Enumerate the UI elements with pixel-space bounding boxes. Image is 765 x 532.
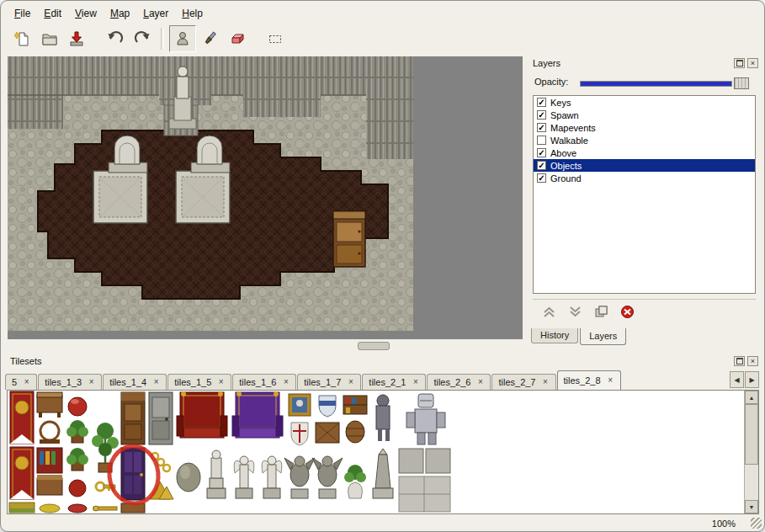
tile-angel-statue: [234, 456, 282, 498]
tileset-tab-tiles_1_4[interactable]: tiles_1_4 ×: [103, 374, 167, 390]
tab-close-icon[interactable]: ×: [347, 378, 354, 386]
float-icon: [736, 358, 743, 364]
save-button[interactable]: [63, 25, 90, 52]
float-icon: [736, 60, 743, 66]
tab-close-icon[interactable]: ×: [23, 378, 30, 386]
layer-checkbox[interactable]: [537, 136, 546, 145]
layer-checkbox[interactable]: ✓: [537, 98, 546, 107]
layer-move-up-button[interactable]: [539, 302, 558, 321]
tile-stone-blocks: [399, 449, 450, 512]
tileset-tab-tiles_2_8[interactable]: tiles_2_8 ×: [557, 370, 621, 390]
layer-row-mapevents[interactable]: ✓ Mapevents: [534, 121, 755, 134]
layer-checkbox[interactable]: ✓: [537, 123, 546, 132]
splitter-handle[interactable]: [358, 342, 390, 350]
tab-close-icon[interactable]: ×: [542, 378, 550, 386]
rect-select-tool-icon: [267, 30, 284, 47]
app-window: File Edit View Map Layer Help: [0, 0, 765, 532]
tileset-image[interactable]: [8, 391, 454, 513]
tab-label: 5: [12, 377, 17, 387]
layer-checkbox[interactable]: ✓: [537, 110, 546, 120]
layer-name: Above: [550, 148, 576, 158]
layer-row-ground[interactable]: ✓ Ground: [534, 172, 755, 184]
tileset-tab-tiles_1_5[interactable]: tiles_1_5 ×: [167, 374, 231, 390]
menu-edit[interactable]: Edit: [37, 5, 68, 22]
stamp-tool-icon: [174, 30, 191, 47]
redo-button[interactable]: [129, 25, 156, 52]
layer-name: Walkable: [550, 136, 588, 146]
new-file-button[interactable]: [9, 25, 36, 52]
tab-close-icon[interactable]: ×: [217, 378, 225, 386]
tile-tall-plant-and-gold: [92, 423, 119, 511]
tab-label: tiles_1_3: [45, 377, 82, 387]
rect-select-tool-button[interactable]: [262, 25, 289, 52]
menu-file[interactable]: File: [8, 5, 37, 22]
resize-grip[interactable]: [751, 518, 762, 529]
tilesets-close-button[interactable]: ×: [747, 356, 758, 366]
tileset-tab-tiles_2_7[interactable]: tiles_2_7 ×: [491, 374, 555, 390]
scroll-down-button[interactable]: ▼: [745, 500, 758, 513]
layer-move-down-button[interactable]: [566, 302, 584, 321]
menu-view[interactable]: View: [68, 5, 104, 22]
map-canvas-area[interactable]: [8, 56, 523, 339]
tab-scroll-right-button[interactable]: ▶: [745, 371, 759, 388]
tab-close-icon[interactable]: ×: [412, 378, 419, 386]
brush-tool-button[interactable]: [196, 25, 223, 52]
tileset-view[interactable]: ▲ ▼: [7, 390, 759, 514]
tile-shelf-barrel-vase: [343, 396, 367, 498]
opacity-slider-handle[interactable]: [734, 77, 749, 89]
menu-layer[interactable]: Layer: [136, 5, 175, 22]
layer-row-objects[interactable]: ✓ Objects: [534, 159, 755, 172]
statusbar: 100%: [1, 516, 764, 531]
map-canvas[interactable]: [8, 56, 413, 331]
eraser-tool-button[interactable]: [223, 25, 250, 52]
tab-label: tiles_1_4: [109, 377, 146, 387]
layer-delete-button[interactable]: [618, 302, 636, 321]
tileset-tab-tiles_1_6[interactable]: tiles_1_6 ×: [232, 374, 296, 390]
delete-icon: [619, 304, 635, 320]
tab-label: tiles_2_7: [498, 377, 535, 387]
layer-checkbox[interactable]: ✓: [537, 148, 546, 157]
undo-button[interactable]: [102, 25, 129, 52]
opacity-slider[interactable]: [580, 81, 732, 87]
menu-help[interactable]: Help: [175, 5, 210, 22]
tilesets-panel: Tilesets × 5 × tiles_1_3 × tiles_1_4 × t…: [5, 354, 761, 516]
open-folder-button[interactable]: [36, 25, 63, 52]
layer-row-walkable[interactable]: Walkable: [534, 134, 755, 146]
tab-close-icon[interactable]: ×: [282, 378, 290, 386]
close-icon: ×: [751, 59, 755, 67]
tileset-tab-tiles_2_6[interactable]: tiles_2_6 ×: [427, 374, 491, 390]
tile-purple-throne: [232, 391, 283, 438]
stamp-tool-button[interactable]: [169, 25, 196, 52]
tile-gray-door-gold: [149, 392, 173, 499]
opacity-row: Opacity:: [528, 73, 761, 92]
tileset-scrollbar[interactable]: ▲ ▼: [744, 391, 758, 513]
layer-row-keys[interactable]: ✓ Keys: [534, 96, 755, 109]
scrollbar-thumb[interactable]: [745, 404, 758, 465]
layer-row-above[interactable]: ✓ Above: [534, 146, 755, 159]
layer-duplicate-button[interactable]: [592, 302, 610, 321]
brush-tool-icon: [201, 30, 218, 47]
tab-scroll-left-button[interactable]: ◀: [730, 371, 744, 388]
tileset-tab-tiles_2_1[interactable]: tiles_2_1 ×: [362, 374, 426, 390]
map-cabinet: [333, 211, 365, 267]
tileset-tab-tiles_1_7[interactable]: tiles_1_7 ×: [297, 374, 361, 390]
eraser-tool-icon: [228, 30, 245, 47]
layer-checkbox[interactable]: ✓: [537, 173, 546, 183]
tab-layers[interactable]: Layers: [580, 328, 626, 345]
tileset-tab-tiles_1_3[interactable]: tiles_1_3 ×: [38, 374, 102, 390]
layer-row-spawn[interactable]: ✓ Spawn: [534, 109, 755, 121]
layers-close-button[interactable]: ×: [747, 58, 758, 68]
tileset-tab-5[interactable]: 5 ×: [5, 374, 37, 390]
layer-checkbox[interactable]: ✓: [537, 161, 546, 170]
scroll-up-button[interactable]: ▲: [745, 391, 758, 404]
tab-history[interactable]: History: [531, 328, 578, 343]
arrow-left-icon: ◀: [734, 376, 739, 384]
layers-float-button[interactable]: [734, 58, 745, 68]
tab-close-icon[interactable]: ×: [476, 378, 484, 386]
tab-close-icon[interactable]: ×: [152, 378, 160, 386]
tilesets-float-button[interactable]: [734, 356, 745, 366]
tab-close-icon[interactable]: ×: [607, 376, 614, 385]
tab-close-icon[interactable]: ×: [88, 378, 95, 386]
layers-toolbar: [533, 299, 756, 323]
menu-map[interactable]: Map: [104, 5, 136, 22]
